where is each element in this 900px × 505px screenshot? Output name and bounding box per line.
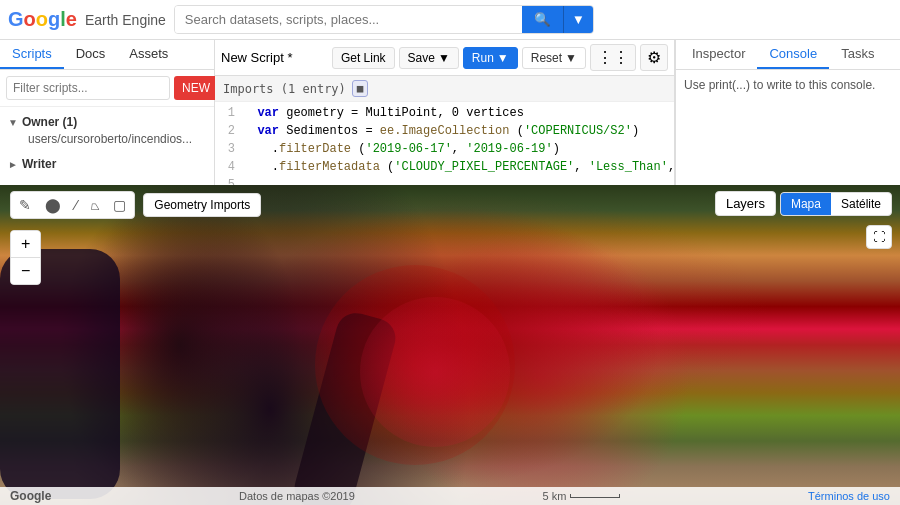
- filter-scripts-input[interactable]: [6, 76, 170, 100]
- scale-line: [570, 494, 620, 498]
- run-dropdown-icon: ▼: [497, 51, 509, 65]
- save-label: Save: [408, 51, 435, 65]
- save-button[interactable]: Save ▼: [399, 47, 459, 69]
- script-title: New Script *: [221, 50, 328, 65]
- code-line: 3 .filterDate ('2019-06-17', '2019-06-19…: [219, 142, 670, 160]
- grid-button[interactable]: ⋮⋮: [590, 44, 636, 71]
- owner-label: Owner (1): [22, 115, 77, 129]
- map-type-buttons: Mapa Satélite: [780, 192, 892, 216]
- geometry-imports-button[interactable]: Geometry Imports: [143, 193, 261, 217]
- console-hint-text: Use print(...) to write to this console.: [684, 78, 875, 92]
- owner-header[interactable]: ▼ Owner (1): [8, 115, 206, 129]
- tab-tasks[interactable]: Tasks: [829, 40, 886, 69]
- search-icon: 🔍: [534, 12, 551, 27]
- crimson-region: [360, 297, 510, 447]
- settings-button[interactable]: ⚙: [640, 44, 668, 71]
- writer-section: ► Writer: [0, 153, 214, 175]
- google-logo-map: Google: [10, 489, 51, 503]
- logo: Google Earth Engine: [8, 8, 166, 31]
- search-input[interactable]: sentinel 2: [175, 6, 522, 33]
- writer-label: Writer: [22, 157, 56, 171]
- code-line: 1 var geometry = MultiPoint, 0 vertices: [219, 106, 670, 124]
- map-bottom-bar: Google Datos de mapas ©2019 5 km Término…: [0, 487, 900, 505]
- rect-tool-button[interactable]: ▢: [107, 194, 132, 216]
- save-dropdown-icon: ▼: [438, 51, 450, 65]
- right-tabs: Inspector Console Tasks: [676, 40, 900, 70]
- hand-tool-button[interactable]: ✎: [13, 194, 37, 216]
- point-tool-button[interactable]: ⬤: [39, 194, 67, 216]
- layers-control: Layers Mapa Satélite: [715, 191, 892, 216]
- copyright-text: Datos de mapas ©2019: [239, 490, 355, 502]
- left-tabs: Scripts Docs Assets: [0, 40, 214, 70]
- map-tools: ✎ ⬤ ⁄ ⏢ ▢: [10, 191, 135, 219]
- scale-bar: 5 km: [542, 490, 620, 502]
- new-label: NEW: [182, 81, 210, 95]
- layers-label: Layers: [715, 191, 776, 216]
- middle-toolbar: New Script * Get Link Save ▼ Run ▼ Reset…: [215, 40, 674, 76]
- code-imports-bar: Imports (1 entry) ■: [215, 76, 674, 102]
- tab-scripts[interactable]: Scripts: [0, 40, 64, 69]
- satelite-button[interactable]: Satélite: [831, 193, 891, 215]
- script-item[interactable]: users/cursoroberto/incendios...: [8, 129, 206, 149]
- reset-label: Reset: [531, 51, 562, 65]
- code-line: 4 .filterMetadata ('CLOUDY_PIXEL_PERCENT…: [219, 160, 670, 178]
- map-section: ✎ ⬤ ⁄ ⏢ ▢ Geometry Imports Layers Mapa S…: [0, 185, 900, 505]
- settings-icon: ⚙: [647, 48, 661, 67]
- fullscreen-icon: ⛶: [873, 230, 885, 244]
- import-badge: ■: [352, 80, 369, 97]
- reset-button[interactable]: Reset ▼: [522, 47, 586, 69]
- tab-inspector[interactable]: Inspector: [680, 40, 757, 69]
- reset-dropdown-icon: ▼: [565, 51, 577, 65]
- search-box: sentinel 2 🔍 ▼: [174, 5, 594, 34]
- scale-label: 5 km: [542, 490, 566, 502]
- get-link-button[interactable]: Get Link: [332, 47, 395, 69]
- polygon-tool-button[interactable]: ⏢: [85, 194, 105, 216]
- dark-region-left: [0, 249, 120, 499]
- chevron-down-icon: ▼: [572, 12, 585, 27]
- owner-section: ▼ Owner (1) users/cursoroberto/incendios…: [0, 111, 214, 153]
- tab-console[interactable]: Console: [757, 40, 829, 69]
- run-label: Run: [472, 51, 494, 65]
- grid-icon: ⋮⋮: [597, 48, 629, 67]
- zoom-controls: + −: [10, 230, 41, 285]
- header: Google Earth Engine sentinel 2 🔍 ▼: [0, 0, 900, 40]
- run-button[interactable]: Run ▼: [463, 47, 518, 69]
- code-line: 2 var Sedimentos = ee.ImageCollection ('…: [219, 124, 670, 142]
- tab-assets[interactable]: Assets: [117, 40, 180, 69]
- zoom-in-button[interactable]: +: [11, 231, 40, 258]
- mapa-button[interactable]: Mapa: [781, 193, 831, 215]
- search-dropdown-button[interactable]: ▼: [563, 6, 593, 33]
- expand-arrow-icon: ▼: [8, 117, 18, 128]
- terms-link[interactable]: Términos de uso: [808, 490, 890, 502]
- search-button[interactable]: 🔍: [522, 6, 563, 33]
- line-tool-button[interactable]: ⁄: [69, 194, 83, 216]
- zoom-out-button[interactable]: −: [11, 258, 40, 284]
- writer-header[interactable]: ► Writer: [8, 157, 206, 171]
- filter-row: NEW ▼: [0, 70, 214, 107]
- tab-docs[interactable]: Docs: [64, 40, 118, 69]
- app-title: Earth Engine: [85, 12, 166, 28]
- fullscreen-button[interactable]: ⛶: [866, 225, 892, 249]
- map-container[interactable]: ✎ ⬤ ⁄ ⏢ ▢ Geometry Imports Layers Mapa S…: [0, 185, 900, 505]
- imports-text: Imports (1 entry): [223, 82, 346, 96]
- expand-arrow-icon: ►: [8, 159, 18, 170]
